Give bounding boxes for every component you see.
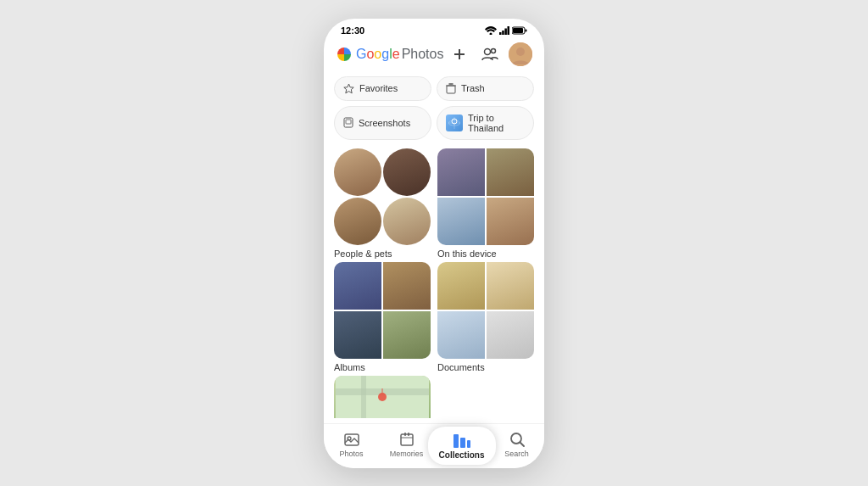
svg-point-10 (485, 48, 491, 54)
trip-thailand-pill[interactable]: Trip to Thailand (437, 106, 534, 140)
status-icons (485, 26, 527, 35)
documents-label: Documents (437, 359, 534, 372)
documents-thumbnails (437, 262, 534, 359)
pet-thumb (383, 198, 431, 245)
svg-rect-6 (513, 28, 523, 33)
svg-point-11 (492, 48, 496, 53)
favorites-label: Favorites (359, 83, 398, 93)
memories-nav-label: Memories (390, 450, 424, 458)
svg-rect-26 (345, 434, 359, 445)
album-thumb-1 (334, 262, 381, 310)
photos-nav-label: Photos (339, 450, 363, 458)
svg-rect-33 (460, 438, 465, 448)
doc-thumb-2 (487, 262, 534, 310)
svg-rect-7 (526, 29, 527, 31)
google-photos-icon (336, 46, 353, 63)
trip-thailand-label: Trip to Thailand (468, 113, 525, 133)
trash-icon (446, 83, 456, 94)
screenshots-pill[interactable]: Screenshots (334, 106, 431, 140)
logo-google-text: Google (356, 47, 400, 62)
svg-rect-32 (453, 434, 459, 448)
signal-icon (499, 26, 509, 35)
svg-line-36 (520, 442, 524, 446)
person-thumb-1 (334, 148, 381, 196)
doc-thumb-3 (437, 311, 485, 359)
people-share-icon (481, 47, 498, 61)
search-icon (509, 431, 526, 448)
plus-icon (453, 47, 466, 61)
device-thumb-3 (437, 198, 485, 245)
people-pets-label: People & pets (334, 245, 431, 259)
svg-rect-19 (346, 120, 351, 124)
battery-icon (512, 26, 527, 35)
people-thumbnails (334, 148, 431, 245)
user-avatar[interactable] (509, 42, 532, 66)
album-thumb-2 (383, 262, 431, 310)
svg-rect-15 (447, 86, 455, 93)
doc-thumb-1 (437, 262, 485, 310)
time-label: 12:30 (341, 25, 364, 36)
screenshot-icon (343, 117, 353, 128)
svg-rect-31 (408, 433, 409, 436)
share-people-button[interactable] (478, 42, 502, 66)
svg-marker-14 (344, 84, 353, 93)
avatar-image (509, 42, 532, 66)
svg-rect-3 (504, 28, 507, 35)
svg-rect-1 (499, 32, 502, 35)
nav-search[interactable]: Search (489, 429, 544, 460)
person-thumb-3 (334, 198, 381, 245)
svg-point-0 (490, 32, 492, 35)
map-section[interactable] (334, 376, 431, 418)
collections-nav-label: Collections (439, 450, 485, 460)
favorites-pill[interactable]: Favorites (334, 76, 431, 101)
map-row (334, 376, 534, 418)
svg-rect-34 (467, 440, 470, 448)
add-button[interactable] (448, 42, 471, 66)
map-placeholder (437, 376, 534, 418)
device-thumb-4 (487, 198, 534, 245)
on-device-label: On this device (437, 245, 534, 259)
svg-rect-2 (502, 31, 504, 35)
on-device-section[interactable]: On this device (437, 148, 534, 259)
main-content: Favorites Trash (324, 73, 544, 423)
device-thumbnails (437, 148, 534, 245)
top-sections-grid: People & pets On this device (334, 148, 534, 259)
app-header: Google Photos (324, 39, 544, 73)
screenshots-label: Screenshots (359, 118, 410, 128)
logo-photos-text: Photos (402, 47, 444, 62)
photos-icon (343, 431, 360, 448)
nav-photos[interactable]: Photos (324, 429, 379, 460)
svg-point-13 (516, 47, 525, 56)
wifi-icon (485, 26, 497, 35)
bottom-sections-grid: Albums Documents (334, 262, 534, 372)
collections-icon (453, 433, 471, 449)
status-bar: 12:30 (324, 19, 544, 39)
app-logo: Google Photos (336, 46, 443, 63)
svg-rect-4 (508, 26, 510, 35)
album-thumb-3 (334, 311, 381, 359)
nav-memories[interactable]: Memories (379, 429, 434, 460)
svg-rect-28 (401, 434, 413, 445)
memories-icon (398, 431, 415, 448)
albums-thumbnails (334, 262, 431, 359)
search-nav-label: Search (504, 450, 529, 458)
people-pets-section[interactable]: People & pets (334, 148, 431, 259)
quick-access-grid: Favorites Trash (334, 76, 534, 140)
albums-section[interactable]: Albums (334, 262, 431, 372)
trash-label: Trash (461, 83, 485, 93)
svg-point-25 (378, 393, 387, 401)
svg-rect-24 (361, 376, 366, 418)
svg-rect-30 (404, 433, 406, 436)
trip-thumbnail (446, 115, 463, 131)
albums-label: Albums (334, 359, 431, 372)
documents-section[interactable]: Documents (437, 262, 534, 372)
device-thumb-2 (487, 148, 534, 196)
doc-thumb-4 (487, 311, 534, 359)
map-svg (334, 376, 431, 418)
phone-frame: 12:30 (324, 19, 544, 468)
collections-bubble: Collections (428, 427, 496, 465)
trash-pill[interactable]: Trash (437, 76, 534, 101)
nav-collections[interactable]: Collections (434, 456, 489, 460)
device-thumb-1 (437, 148, 485, 196)
album-thumb-4 (383, 311, 431, 359)
